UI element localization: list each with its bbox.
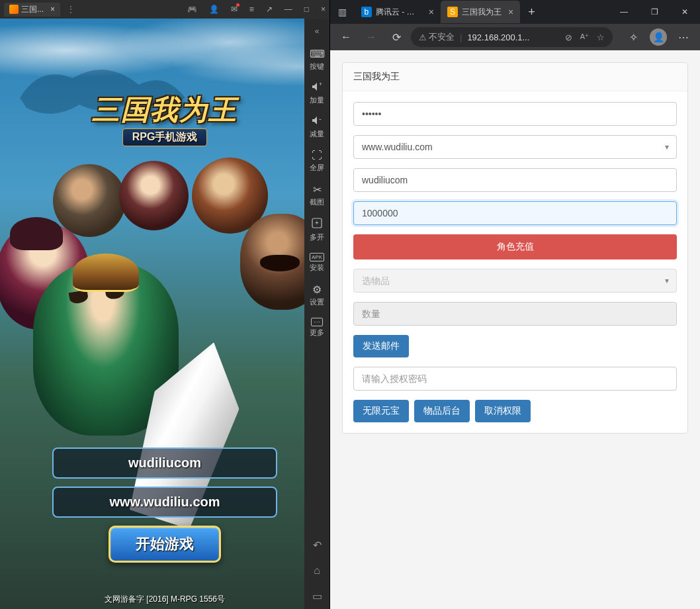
- keyboard-icon: ⌨: [310, 48, 325, 60]
- scissors-icon: ✂: [313, 183, 322, 196]
- minimize-icon[interactable]: —: [284, 5, 292, 14]
- auth-code-input[interactable]: [353, 367, 677, 391]
- close-icon[interactable]: ×: [50, 5, 55, 14]
- tab-label: 腾讯云 - 搜狗: [376, 7, 422, 18]
- refresh-button[interactable]: ⟳: [386, 26, 407, 48]
- start-game-button[interactable]: 开始游戏: [109, 526, 221, 563]
- password-icon[interactable]: ⊘: [565, 32, 572, 42]
- items-backend-button[interactable]: 物品后台: [414, 400, 470, 422]
- browser-window: ▥ b 腾讯云 - 搜狗 × S 三国我为王 × + ― ❐ ✕ ← → ⟳ ⚠…: [329, 0, 700, 609]
- password-input[interactable]: [353, 102, 677, 126]
- emulator-sidebar: « ⌨按键 +加量 -减量 ⛶全屏 ✂截图 +多开 APK安装 ⚙设置 ⋯更多 …: [304, 19, 329, 609]
- browser-content: 三国我为王 www.wudiliu.com 角色充值 选物品 发送邮件: [330, 50, 700, 609]
- sidebar-label: 全屏: [310, 164, 324, 173]
- profile-button[interactable]: 👤: [647, 26, 670, 48]
- volume-up-icon: +: [312, 82, 323, 94]
- maximize-button[interactable]: ❐: [639, 0, 670, 24]
- close-window-icon[interactable]: ×: [321, 5, 326, 14]
- multi-instance-icon: +: [312, 218, 322, 231]
- unlimited-gold-button[interactable]: 无限元宝: [353, 400, 409, 422]
- username-field[interactable]: wudiliucom: [52, 447, 277, 479]
- emulator-tab[interactable]: 三国... ×: [4, 3, 60, 17]
- action-buttons: 无限元宝 物品后台 取消权限: [353, 400, 677, 422]
- mail-icon[interactable]: ✉: [231, 5, 238, 14]
- svg-text:-: -: [319, 116, 322, 122]
- sidebar-fullscreen[interactable]: ⛶全屏: [305, 144, 329, 178]
- admin-panel: 三国我为王 www.wudiliu.com 角色充值 选物品 发送邮件: [342, 62, 688, 434]
- sidebar-label: 按键: [310, 62, 324, 71]
- site-favicon-icon: S: [447, 7, 458, 17]
- back-icon[interactable]: ↶: [313, 539, 322, 551]
- new-tab-button[interactable]: +: [520, 5, 543, 19]
- window-controls: ― ❐ ✕: [609, 0, 700, 24]
- cancel-auth-button[interactable]: 取消权限: [475, 400, 531, 422]
- security-label: 不安全: [429, 31, 455, 43]
- quantity-input[interactable]: [353, 302, 677, 326]
- reader-icon[interactable]: A⁺: [580, 32, 589, 42]
- browser-titlebar: ▥ b 腾讯云 - 搜狗 × S 三国我为王 × + ― ❐ ✕: [330, 0, 700, 24]
- tab-label: 三国我为王: [462, 7, 502, 18]
- close-button[interactable]: ✕: [670, 0, 700, 24]
- fullscreen-icon: ⛶: [312, 150, 322, 162]
- close-tab-icon[interactable]: ×: [508, 7, 513, 17]
- browser-tab-2[interactable]: S 三国我为王 ×: [441, 1, 520, 23]
- svg-text:+: +: [315, 219, 319, 226]
- forward-button[interactable]: →: [361, 26, 382, 48]
- gamepad-icon[interactable]: 🎮: [187, 5, 197, 14]
- emulator-titlebar: 三国... × ⋮ 🎮 👤 ✉ ≡ ↗ — □ ×: [0, 0, 329, 19]
- close-tab-icon[interactable]: ×: [429, 7, 434, 17]
- panel-title: 三国我为王: [343, 63, 687, 91]
- sidebar-screenshot[interactable]: ✂截图: [305, 178, 329, 212]
- username-input[interactable]: [353, 168, 677, 192]
- sidebar-label: 加量: [310, 96, 324, 105]
- browser-tab-1[interactable]: b 腾讯云 - 搜狗 ×: [355, 1, 441, 23]
- menu-button[interactable]: ⋯: [672, 26, 695, 48]
- emulator-window-controls: 🎮 👤 ✉ ≡ ↗ — □ ×: [187, 5, 326, 14]
- sidebar-settings[interactable]: ⚙设置: [305, 278, 329, 312]
- minimize-button[interactable]: ―: [609, 0, 639, 24]
- more-icon: ⋯: [311, 318, 323, 326]
- browser-toolbar: ← → ⟳ ⚠ 不安全 | 192.168.200.1... ⊘ A⁺ ☆ ✧ …: [330, 24, 700, 50]
- user-icon[interactable]: 👤: [209, 5, 219, 14]
- extensions-icon[interactable]: ✧: [622, 26, 644, 48]
- server-field[interactable]: www.wudiliu.com: [52, 487, 277, 518]
- recharge-button[interactable]: 角色充值: [353, 234, 677, 259]
- kebab-icon[interactable]: ⋮: [67, 5, 75, 14]
- gear-icon: ⚙: [312, 283, 322, 296]
- sidebar-label: 截图: [310, 198, 324, 207]
- home-icon[interactable]: ⌂: [314, 565, 320, 577]
- tab-actions-icon[interactable]: ▥: [330, 7, 355, 17]
- sidebar-label: 更多: [310, 328, 324, 338]
- security-warning-icon[interactable]: ⚠ 不安全: [419, 31, 455, 43]
- favorite-icon[interactable]: ☆: [597, 32, 605, 42]
- sidebar-label: 设置: [310, 298, 324, 307]
- menu-icon[interactable]: ≡: [249, 5, 254, 14]
- item-select-wrapper: 选物品: [353, 269, 677, 293]
- item-select[interactable]: 选物品: [353, 269, 677, 293]
- collapse-sidebar-icon[interactable]: «: [315, 23, 320, 42]
- domain-select-wrapper: www.wudiliu.com: [353, 135, 677, 159]
- sidebar-more[interactable]: ⋯更多: [305, 312, 329, 343]
- sidebar-label: 安装: [310, 263, 324, 273]
- maximize-icon[interactable]: □: [304, 5, 309, 14]
- sidebar-volume-down[interactable]: -减量: [305, 111, 329, 144]
- share-icon[interactable]: ↗: [266, 5, 273, 14]
- amount-input[interactable]: [353, 201, 677, 225]
- sidebar-label: 减量: [310, 130, 324, 139]
- send-mail-button[interactable]: 发送邮件: [353, 335, 409, 357]
- emulator-window: 三国... × ⋮ 🎮 👤 ✉ ≡ ↗ — □ × 三国我为王 RPG手机游戏: [0, 0, 329, 609]
- apk-icon: APK: [310, 253, 324, 261]
- game-footer-text: 文网游备字 [2016] M-RPG 1556号: [0, 594, 329, 605]
- sidebar-keys[interactable]: ⌨按键: [305, 42, 329, 77]
- game-logo: 三国我为王 RPG手机游戏: [92, 91, 238, 146]
- sidebar-volume-up[interactable]: +加量: [305, 77, 329, 111]
- emulator-tab-title: 三国...: [21, 4, 44, 15]
- address-bar[interactable]: ⚠ 不安全 | 192.168.200.1... ⊘ A⁺ ☆: [411, 27, 613, 47]
- recents-icon[interactable]: ▭: [312, 590, 322, 602]
- sidebar-apk[interactable]: APK安装: [305, 248, 329, 278]
- character-bg-2: [119, 161, 189, 230]
- game-login-area: wudiliucom www.wudiliu.com 开始游戏: [52, 447, 277, 563]
- back-button[interactable]: ←: [335, 26, 357, 48]
- sidebar-multi[interactable]: +多开: [305, 212, 329, 248]
- domain-select[interactable]: www.wudiliu.com: [353, 135, 677, 159]
